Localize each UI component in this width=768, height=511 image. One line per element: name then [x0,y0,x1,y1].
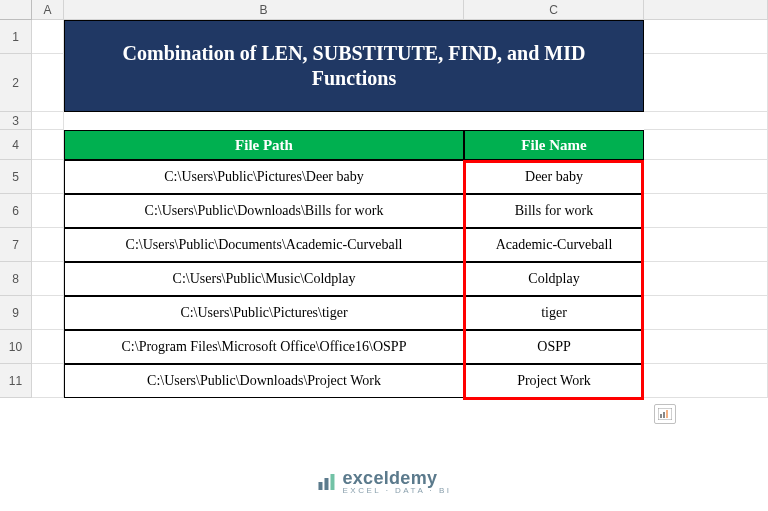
cell-d3[interactable] [644,112,768,130]
cell-d7[interactable] [644,228,768,262]
cell-d4[interactable] [644,130,768,160]
cell-path-1[interactable]: C:\Users\Public\Downloads\Bills for work [64,194,464,228]
cell-d11[interactable] [644,364,768,398]
col-header-b[interactable]: B [64,0,464,20]
header-file-name[interactable]: File Name [464,130,644,160]
row-header-11[interactable]: 11 [0,364,32,398]
col-header-a[interactable]: A [32,0,64,20]
svg-rect-5 [324,478,328,490]
logo-sub-text: EXCEL · DATA · BI [342,486,451,495]
cell-path-3[interactable]: C:\Users\Public\Music\Coldplay [64,262,464,296]
row-header-4[interactable]: 4 [0,130,32,160]
cell-a3[interactable] [32,112,64,130]
cell-path-2[interactable]: C:\Users\Public\Documents\Academic-Curve… [64,228,464,262]
cell-d9[interactable] [644,296,768,330]
svg-rect-2 [663,412,665,418]
select-all-corner[interactable] [0,0,32,20]
cell-name-1[interactable]: Bills for work [464,194,644,228]
col-header-extra[interactable] [644,0,768,20]
svg-rect-4 [318,482,322,490]
svg-rect-1 [660,414,662,418]
row-header-8[interactable]: 8 [0,262,32,296]
cell-path-6[interactable]: C:\Users\Public\Downloads\Project Work [64,364,464,398]
title-text: Combination of LEN, SUBSTITUTE, FIND, an… [83,41,625,91]
logo-icon [316,472,336,492]
title-cell[interactable]: Combination of LEN, SUBSTITUTE, FIND, an… [64,20,644,112]
cell-d1[interactable] [644,20,768,54]
row-header-2[interactable]: 2 [0,54,32,112]
cell-name-5[interactable]: OSPP [464,330,644,364]
row-header-7[interactable]: 7 [0,228,32,262]
cell-a2[interactable] [32,54,64,112]
quick-analysis-button[interactable] [654,404,676,424]
cell-d6[interactable] [644,194,768,228]
row-header-9[interactable]: 9 [0,296,32,330]
svg-rect-3 [666,410,668,418]
cell-d8[interactable] [644,262,768,296]
cell-a11[interactable] [32,364,64,398]
cell-a7[interactable] [32,228,64,262]
cell-a6[interactable] [32,194,64,228]
spreadsheet-grid: A B C 1 2 3 4 5 6 7 8 9 10 11 Combinatio… [0,0,768,398]
cell-a1[interactable] [32,20,64,54]
cell-a8[interactable] [32,262,64,296]
row-header-6[interactable]: 6 [0,194,32,228]
cell-path-0[interactable]: C:\Users\Public\Pictures\Deer baby [64,160,464,194]
row-header-10[interactable]: 10 [0,330,32,364]
cell-a9[interactable] [32,296,64,330]
cell-d2[interactable] [644,54,768,112]
cell-c3[interactable] [464,112,644,130]
cell-a4[interactable] [32,130,64,160]
cell-a10[interactable] [32,330,64,364]
cell-name-0[interactable]: Deer baby [464,160,644,194]
col-header-c[interactable]: C [464,0,644,20]
cell-name-6[interactable]: Project Work [464,364,644,398]
cell-name-2[interactable]: Academic-Curveball [464,228,644,262]
cell-d10[interactable] [644,330,768,364]
logo-text-group: exceldemy EXCEL · DATA · BI [342,468,451,495]
cell-path-5[interactable]: C:\Program Files\Microsoft Office\Office… [64,330,464,364]
row-header-5[interactable]: 5 [0,160,32,194]
cell-d5[interactable] [644,160,768,194]
svg-rect-6 [330,474,334,490]
cell-path-4[interactable]: C:\Users\Public\Pictures\tiger [64,296,464,330]
cell-b3[interactable] [64,112,464,130]
exceldemy-logo: exceldemy EXCEL · DATA · BI [316,468,451,495]
cell-name-4[interactable]: tiger [464,296,644,330]
row-header-3[interactable]: 3 [0,112,32,130]
cell-a5[interactable] [32,160,64,194]
row-header-1[interactable]: 1 [0,20,32,54]
quick-analysis-icon [658,408,672,420]
header-file-path[interactable]: File Path [64,130,464,160]
cell-name-3[interactable]: Coldplay [464,262,644,296]
